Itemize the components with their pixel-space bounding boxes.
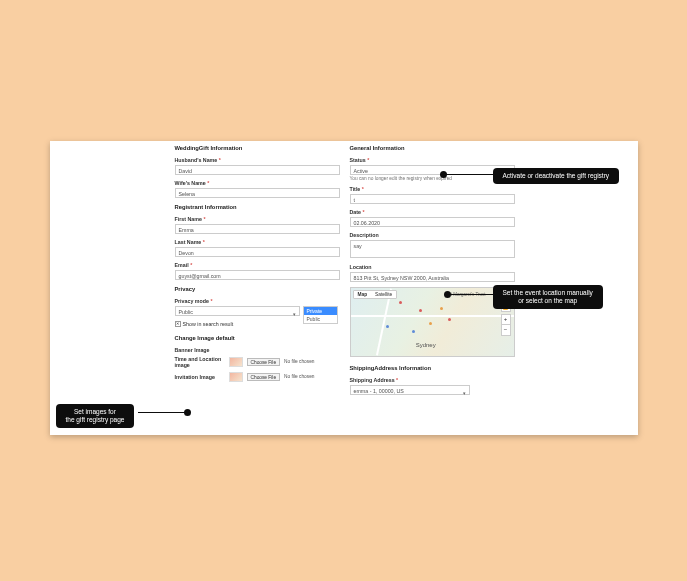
section-registrant-title: Registrant Information bbox=[175, 204, 340, 212]
husband-name-label: Husband's Name * bbox=[175, 157, 340, 163]
invitation-image-row: Invitation Image Choose File No file cho… bbox=[175, 372, 340, 382]
time-location-image-row: Time and Location image Choose File No f… bbox=[175, 356, 340, 368]
callout-status-line bbox=[446, 174, 496, 175]
field-location: Location 813 Pitt St, Sydney NSW 2000, A… bbox=[350, 264, 515, 282]
callout-status: Activate or deactivate the gift registry bbox=[493, 168, 620, 184]
field-privacy-mode: Privacy mode * Public ▾ Private Public bbox=[175, 298, 340, 316]
field-shipping-address: Shipping Address * emma - 1, 00000, US ▾ bbox=[350, 377, 515, 395]
privacy-mode-select[interactable]: Public ▾ bbox=[175, 306, 300, 316]
callout-images-dot bbox=[184, 409, 191, 416]
invitation-image-label: Invitation Image bbox=[175, 374, 225, 380]
show-in-search-label: Show in search result bbox=[183, 321, 234, 327]
left-column: WeddingGift Information Husband's Name *… bbox=[175, 145, 340, 386]
time-location-choose-button[interactable]: Choose File bbox=[247, 358, 281, 366]
field-title: Title * t bbox=[350, 186, 515, 204]
callout-images: Set images for the gift registry page bbox=[56, 404, 135, 428]
map-type-satellite[interactable]: Satellite bbox=[371, 291, 396, 298]
privacy-option-public[interactable]: Public bbox=[304, 315, 337, 323]
invitation-choose-button[interactable]: Choose File bbox=[247, 373, 281, 381]
wife-name-input[interactable]: Selena bbox=[175, 188, 340, 198]
chevron-down-icon: ▾ bbox=[463, 388, 466, 398]
field-wife-name: Wife's Name * Selena bbox=[175, 180, 340, 198]
map-type-toolbar[interactable]: Map Satellite bbox=[353, 290, 398, 299]
email-input[interactable]: guyst@gmail.com bbox=[175, 270, 340, 280]
time-location-image-label: Time and Location image bbox=[175, 356, 225, 368]
field-description: Description say bbox=[350, 232, 515, 258]
title-input[interactable]: t bbox=[350, 194, 515, 204]
privacy-mode-label: Privacy mode * bbox=[175, 298, 340, 304]
field-email: Email * guyst@gmail.com bbox=[175, 262, 340, 280]
privacy-option-private[interactable]: Private bbox=[304, 307, 337, 315]
right-column: General Information Status * Active ▾ Yo… bbox=[350, 145, 515, 400]
field-date: Date * 02.06.2020 bbox=[350, 209, 515, 227]
title-label: Title * bbox=[350, 186, 515, 192]
husband-name-input[interactable]: David bbox=[175, 165, 340, 175]
invitation-nofile: No file chosen bbox=[284, 374, 314, 379]
callout-status-dot bbox=[440, 171, 447, 178]
map-zoom-in[interactable]: + bbox=[502, 315, 510, 325]
banner-image-label: Banner Image bbox=[175, 347, 340, 353]
section-images-title: Change Image default bbox=[175, 335, 340, 343]
location-label: Location bbox=[350, 264, 515, 270]
map[interactable]: Map Satellite St Margaret's Trust Sydney… bbox=[350, 287, 515, 357]
shipping-address-select[interactable]: emma - 1, 00000, US ▾ bbox=[350, 385, 470, 395]
section-general-title: General Information bbox=[350, 145, 515, 153]
show-in-search-checkbox[interactable]: ✕ bbox=[175, 321, 181, 327]
background-card: WeddingGift Information Husband's Name *… bbox=[28, 101, 660, 481]
field-first-name: First Name * Emma bbox=[175, 216, 340, 234]
description-textarea[interactable]: say bbox=[350, 240, 515, 258]
callout-location-line bbox=[450, 294, 495, 295]
status-label: Status * bbox=[350, 157, 515, 163]
invitation-thumb bbox=[229, 372, 243, 382]
callout-images-line bbox=[138, 412, 186, 413]
privacy-mode-dropdown[interactable]: Private Public bbox=[303, 306, 338, 324]
callout-location-dot bbox=[444, 291, 451, 298]
callout-location: Set the event location manually or selec… bbox=[493, 285, 603, 309]
map-type-map[interactable]: Map bbox=[354, 291, 372, 298]
first-name-label: First Name * bbox=[175, 216, 340, 222]
chevron-down-icon: ▾ bbox=[293, 309, 296, 319]
last-name-label: Last Name * bbox=[175, 239, 340, 245]
wife-name-label: Wife's Name * bbox=[175, 180, 340, 186]
shipping-address-label: Shipping Address * bbox=[350, 377, 515, 383]
last-name-input[interactable]: Devon bbox=[175, 247, 340, 257]
time-location-nofile: No file chosen bbox=[284, 359, 314, 364]
map-zoom-out[interactable]: − bbox=[502, 325, 510, 335]
date-label: Date * bbox=[350, 209, 515, 215]
section-wedding-title: WeddingGift Information bbox=[175, 145, 340, 153]
field-status: Status * Active ▾ You can no longer edit… bbox=[350, 157, 515, 181]
location-input[interactable]: 813 Pitt St, Sydney NSW 2000, Australia bbox=[350, 272, 515, 282]
section-shipping-title: ShippingAddress Information bbox=[350, 365, 515, 373]
map-zoom-controls[interactable]: + − bbox=[501, 314, 511, 336]
description-label: Description bbox=[350, 232, 515, 238]
date-input[interactable]: 02.06.2020 bbox=[350, 217, 515, 227]
time-location-thumb bbox=[229, 357, 243, 367]
field-last-name: Last Name * Devon bbox=[175, 239, 340, 257]
email-label: Email * bbox=[175, 262, 340, 268]
first-name-input[interactable]: Emma bbox=[175, 224, 340, 234]
section-privacy-title: Privacy bbox=[175, 286, 340, 294]
map-place-main: Sydney bbox=[416, 342, 436, 348]
field-husband-name: Husband's Name * David bbox=[175, 157, 340, 175]
status-hint: You can no longer edit the registry when… bbox=[350, 176, 515, 181]
